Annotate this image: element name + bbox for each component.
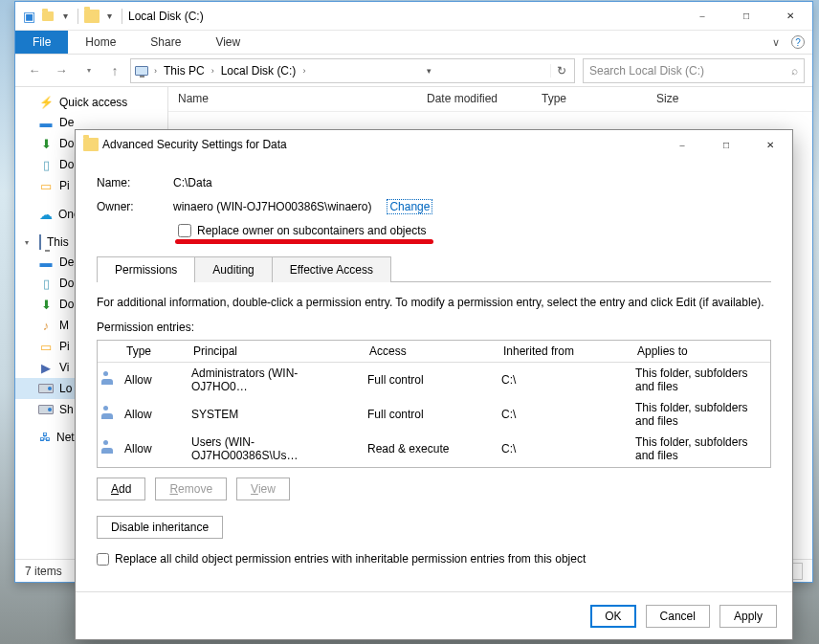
quickaccess-icon: ⚡ bbox=[39, 96, 54, 109]
replace-owner-checkbox[interactable] bbox=[178, 224, 191, 237]
entries-label: Permission entries: bbox=[97, 321, 771, 334]
refresh-icon[interactable]: ↻ bbox=[550, 64, 572, 78]
apply-button[interactable]: Apply bbox=[719, 605, 777, 628]
header-access[interactable]: Access bbox=[362, 341, 496, 362]
add-button[interactable]: Add bbox=[97, 477, 145, 500]
tab-effective-access[interactable]: Effective Access bbox=[272, 256, 391, 282]
tab-auditing[interactable]: Auditing bbox=[194, 256, 272, 282]
col-size[interactable]: Size bbox=[647, 87, 723, 111]
nav-history-button[interactable]: ▾ bbox=[77, 59, 100, 82]
nav-up-button[interactable]: ↑ bbox=[103, 59, 126, 82]
table-row[interactable]: AllowUsers (WIN-OJ7HO00386S\Us…Read & ex… bbox=[98, 432, 770, 466]
principal-icon bbox=[98, 406, 117, 423]
header-applies[interactable]: Applies to bbox=[630, 341, 770, 362]
permissions-table[interactable]: Type Principal Access Inherited from App… bbox=[97, 340, 771, 468]
ribbon-tabs: File Home Share View ∨ ? bbox=[15, 31, 812, 55]
explorer-titlebar: ▣ ▾ ▾ Local Disk (C:) – □ ✕ bbox=[15, 2, 812, 31]
downloads-icon: ⬇ bbox=[38, 297, 54, 312]
change-owner-link[interactable]: Change bbox=[387, 199, 432, 214]
info-text: For additional information, double-click… bbox=[97, 296, 771, 309]
tab-view[interactable]: View bbox=[198, 31, 257, 54]
folder-icon bbox=[83, 137, 99, 152]
qat-newfolder-icon[interactable] bbox=[40, 9, 55, 24]
address-bar[interactable]: › This PC › Local Disk (C:) › ▾ ↻ bbox=[130, 58, 575, 83]
search-icon: ⌕ bbox=[791, 64, 798, 78]
dialog-minimize-button[interactable]: – bbox=[660, 130, 704, 159]
col-name[interactable]: Name bbox=[168, 87, 417, 111]
pc-icon bbox=[133, 62, 150, 79]
owner-value: winaero (WIN-OJ7HO00386S\winaero) bbox=[173, 200, 371, 213]
owner-label: Owner: bbox=[97, 200, 173, 213]
header-inherited[interactable]: Inherited from bbox=[496, 341, 630, 362]
principal-icon bbox=[98, 440, 117, 457]
nav-forward-button[interactable]: → bbox=[50, 59, 73, 82]
search-input[interactable]: Search Local Disk (C:) ⌕ bbox=[583, 58, 805, 83]
name-label: Name: bbox=[97, 176, 173, 189]
breadcrumb-thispc[interactable]: This PC bbox=[159, 61, 210, 80]
table-row[interactable]: AllowSYSTEMFull controlC:\This folder, s… bbox=[98, 397, 770, 432]
qat-properties-icon[interactable]: ▣ bbox=[21, 9, 36, 24]
col-type[interactable]: Type bbox=[532, 87, 647, 111]
videos-icon: ▶ bbox=[38, 360, 54, 375]
tab-share[interactable]: Share bbox=[133, 31, 198, 54]
replace-child-label: Replace all child object permission entr… bbox=[115, 552, 586, 566]
dialog-title: Advanced Security Settings for Data bbox=[102, 138, 287, 151]
address-dropdown-icon[interactable]: ▾ bbox=[425, 66, 433, 76]
dialog-titlebar: Advanced Security Settings for Data – □ … bbox=[76, 130, 792, 159]
perm-table-header[interactable]: Type Principal Access Inherited from App… bbox=[98, 341, 770, 363]
drive-icon bbox=[38, 381, 54, 396]
pc-icon bbox=[39, 235, 41, 249]
documents-icon: ▯ bbox=[38, 276, 54, 291]
ribbon-expand-icon[interactable]: ∨ bbox=[772, 36, 780, 49]
replace-owner-label: Replace owner on subcontainers and objec… bbox=[197, 224, 426, 237]
desktop-icon: ▬ bbox=[38, 115, 54, 130]
dialog-maximize-button[interactable]: □ bbox=[704, 130, 748, 159]
view-button[interactable]: View bbox=[236, 477, 290, 500]
ok-button[interactable]: OK bbox=[590, 605, 635, 628]
tab-home[interactable]: Home bbox=[68, 31, 133, 54]
header-type[interactable]: Type bbox=[119, 341, 186, 362]
dialog-body: Name: C:\Data Owner: winaero (WIN-OJ7HO0… bbox=[76, 159, 792, 591]
folder-icon bbox=[84, 9, 100, 24]
search-placeholder: Search Local Disk (C:) bbox=[589, 64, 704, 78]
nav-back-button[interactable]: ← bbox=[23, 59, 46, 82]
cancel-button[interactable]: Cancel bbox=[646, 605, 710, 628]
downloads-icon: ⬇ bbox=[38, 136, 54, 151]
tab-file[interactable]: File bbox=[15, 31, 68, 54]
table-row[interactable]: AllowAuthenticated UsersModifyC:\This fo… bbox=[98, 466, 770, 468]
nav-row: ← → ▾ ↑ › This PC › Local Disk (C:) › ▾ … bbox=[15, 55, 812, 87]
disable-inheritance-button[interactable]: Disable inheritance bbox=[97, 516, 223, 539]
minimize-button[interactable]: – bbox=[680, 2, 724, 31]
name-value: C:\Data bbox=[173, 176, 212, 189]
dialog-tabs: Permissions Auditing Effective Access bbox=[97, 255, 771, 282]
replace-child-checkbox[interactable] bbox=[97, 553, 109, 566]
item-count: 7 items bbox=[25, 565, 62, 578]
network-icon: 🖧 bbox=[39, 431, 51, 444]
qat-customize-icon[interactable]: ▾ bbox=[63, 11, 68, 21]
breadcrumb-localdisk[interactable]: Local Disk (C:) bbox=[216, 61, 301, 80]
maximize-button[interactable]: □ bbox=[724, 2, 768, 31]
music-icon: ♪ bbox=[38, 318, 54, 333]
pictures-icon: ▭ bbox=[38, 178, 54, 193]
col-date[interactable]: Date modified bbox=[417, 87, 532, 111]
dialog-footer: OK Cancel Apply bbox=[76, 591, 792, 639]
desktop-icon: ▬ bbox=[38, 255, 54, 270]
ribbon-help-icon[interactable]: ? bbox=[791, 35, 805, 49]
cloud-icon: ☁ bbox=[39, 207, 53, 222]
dialog-close-button[interactable]: ✕ bbox=[748, 130, 792, 159]
tree-quickaccess[interactable]: ⚡ Quick access bbox=[15, 93, 167, 112]
column-headers[interactable]: Name Date modified Type Size bbox=[168, 87, 812, 112]
explorer-title: Local Disk (C:) bbox=[128, 10, 204, 23]
expand-icon[interactable]: ▾ bbox=[25, 238, 33, 247]
close-button[interactable]: ✕ bbox=[768, 2, 812, 31]
tab-permissions[interactable]: Permissions bbox=[97, 256, 195, 282]
security-dialog: Advanced Security Settings for Data – □ … bbox=[75, 129, 793, 640]
remove-button[interactable]: Remove bbox=[155, 477, 227, 500]
drive-icon bbox=[38, 402, 54, 417]
pictures-icon: ▭ bbox=[38, 339, 54, 354]
principal-icon bbox=[98, 371, 117, 389]
header-principal[interactable]: Principal bbox=[186, 341, 362, 362]
annotation-highlight bbox=[175, 239, 433, 244]
documents-icon: ▯ bbox=[38, 157, 54, 172]
table-row[interactable]: AllowAdministrators (WIN-OJ7HO0…Full con… bbox=[98, 363, 770, 397]
